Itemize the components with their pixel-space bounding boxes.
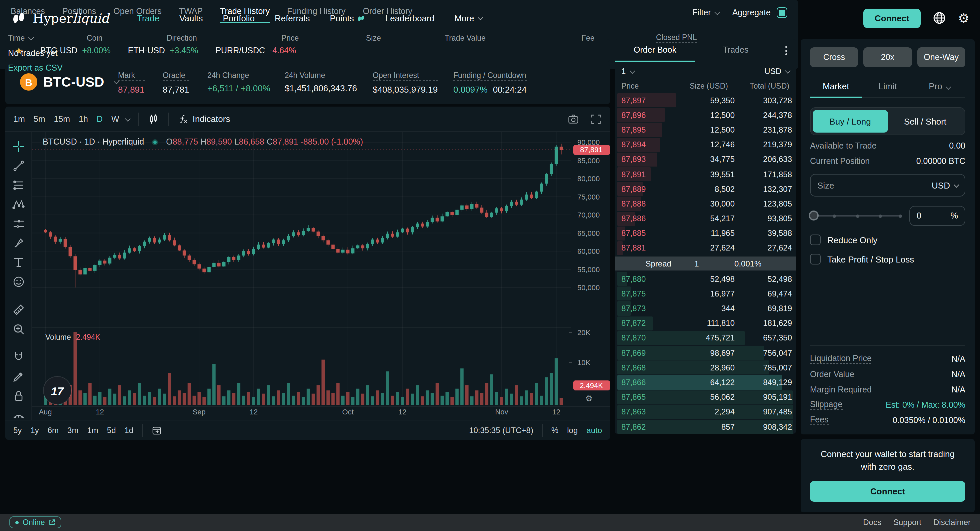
- tab-limit[interactable]: Limit: [862, 75, 913, 98]
- orderbook-ask-row[interactable]: 87,89334,775206,633: [617, 152, 793, 166]
- orderbook-bid-row[interactable]: 87,862857908,342: [617, 420, 793, 434]
- goto-date-icon[interactable]: [151, 425, 162, 435]
- size-input[interactable]: Size USD: [810, 174, 965, 197]
- column-direction[interactable]: Direction: [167, 33, 282, 43]
- scale-log[interactable]: log: [567, 425, 578, 435]
- column-coin[interactable]: Coin: [87, 33, 167, 43]
- column-time[interactable]: Time: [8, 33, 87, 43]
- checkbox-take-profit-stop-loss[interactable]: Take Profit / Stop Loss: [810, 254, 965, 265]
- orderbook-ask-row[interactable]: 87,88830,000123,805: [617, 197, 793, 211]
- column-closed-pnl[interactable]: Closed PNL: [656, 33, 736, 43]
- text-icon[interactable]: [12, 256, 25, 269]
- scale-%[interactable]: %: [551, 425, 558, 435]
- orderbook-ask-row[interactable]: 87,8898,502132,307: [617, 182, 793, 196]
- footer-link-support[interactable]: Support: [893, 518, 921, 527]
- scale-auto[interactable]: auto: [586, 425, 602, 435]
- margin-button-one-way[interactable]: One-Way: [917, 47, 965, 67]
- lock-all-icon[interactable]: [12, 389, 25, 403]
- interval-1h[interactable]: 1h: [79, 114, 88, 124]
- zoom-in-icon[interactable]: [12, 322, 25, 336]
- gear-icon[interactable]: ⚙: [958, 12, 969, 24]
- snapshot-icon[interactable]: [567, 113, 579, 125]
- range-5d[interactable]: 5d: [107, 425, 116, 435]
- fib-retracement-icon[interactable]: [12, 179, 25, 192]
- column-price[interactable]: Price: [282, 33, 366, 43]
- orderbook-ask-row[interactable]: 87,89512,500231,878: [617, 123, 793, 137]
- tab-trades[interactable]: Trades: [695, 39, 776, 62]
- ticker-item-PURR/USDC[interactable]: PURR/USDC-4.64%: [215, 46, 296, 55]
- checkbox-reduce-only[interactable]: Reduce Only: [810, 235, 965, 245]
- crosshair-icon[interactable]: [12, 140, 25, 153]
- orderbook-bid-row[interactable]: 87,86828,960785,007: [617, 360, 793, 374]
- range-1d[interactable]: 1d: [125, 425, 134, 435]
- long-position-icon[interactable]: [12, 217, 25, 230]
- interval-15m[interactable]: 15m: [54, 114, 70, 124]
- buy-long-button[interactable]: Buy / Long: [813, 110, 888, 133]
- tab-order-book[interactable]: Order Book: [615, 39, 695, 62]
- column-trade-value[interactable]: Trade Value: [445, 33, 581, 43]
- orderbook-bid-row[interactable]: 87,86998,697756,047: [617, 346, 793, 360]
- tab-market[interactable]: Market: [810, 75, 862, 98]
- tick-size-select[interactable]: 1: [621, 67, 634, 76]
- orderbook-ask-row[interactable]: 87,89412,746219,379: [617, 138, 793, 152]
- slider-percent-input[interactable]: 0%: [909, 206, 965, 226]
- coin-selector[interactable]: B BTC-USD: [20, 73, 118, 90]
- nav-item-more[interactable]: More: [454, 13, 482, 23]
- xabcd-pattern-icon[interactable]: [12, 198, 25, 211]
- column-size[interactable]: Size: [366, 33, 445, 43]
- footer-link-disclaimer[interactable]: Disclaimer: [933, 518, 970, 527]
- orderbook-bid-row[interactable]: 87,88052,49852,498: [617, 272, 793, 286]
- orderbook-bid-row[interactable]: 87,87516,97769,474: [617, 287, 793, 301]
- interval-chevron-icon[interactable]: [125, 116, 130, 121]
- tab-pro[interactable]: Pro: [914, 75, 965, 98]
- orderbook-bid-row[interactable]: 87,870475,721657,350: [617, 331, 793, 345]
- export-csv-link[interactable]: Export as CSV: [8, 63, 63, 73]
- orderbook-bid-row[interactable]: 87,872111,810181,629: [617, 316, 793, 330]
- size-unit-select[interactable]: USD: [932, 180, 958, 190]
- interval-W[interactable]: W: [111, 114, 119, 124]
- nav-item-vaults[interactable]: Vaults: [179, 13, 203, 23]
- chart-canvas[interactable]: 1787,8912.494K90,00085,00080,00075,00070…: [32, 132, 610, 418]
- size-slider[interactable]: [810, 215, 901, 217]
- connect-wallet-button[interactable]: Connect: [810, 481, 965, 502]
- orderbook-bid-row[interactable]: 87,8632,294907,485: [617, 405, 793, 419]
- range-3m[interactable]: 3m: [67, 425, 78, 435]
- nav-item-points[interactable]: Points: [330, 13, 365, 23]
- drawing-lock-icon[interactable]: [12, 370, 25, 383]
- orderbook-ask-row[interactable]: 87,89612,500244,378: [617, 108, 793, 122]
- nav-item-referrals[interactable]: Referrals: [275, 13, 310, 23]
- trend-line-icon[interactable]: [12, 159, 25, 173]
- connect-button[interactable]: Connect: [863, 8, 921, 28]
- margin-button-cross[interactable]: Cross: [810, 47, 858, 67]
- orderbook-bid-row[interactable]: 87,87334469,819: [617, 301, 793, 315]
- sell-short-button[interactable]: Sell / Short: [888, 110, 963, 133]
- hide-drawings-icon[interactable]: [12, 408, 25, 420]
- nav-item-trade[interactable]: Trade: [137, 13, 159, 23]
- range-5y[interactable]: 5y: [13, 425, 22, 435]
- hyperliquid-logo[interactable]: Hyperliquid: [11, 10, 109, 26]
- magnet-icon[interactable]: [12, 350, 25, 364]
- online-status-badge[interactable]: Online: [10, 516, 62, 528]
- orderbook-ask-row[interactable]: 87,88127,62427,624: [617, 241, 793, 255]
- interval-1m[interactable]: 1m: [13, 114, 25, 124]
- chart-clock[interactable]: 10:35:35 (UTC+8): [469, 425, 533, 435]
- margin-button-20x[interactable]: 20x: [864, 47, 912, 67]
- kebab-menu-icon[interactable]: [776, 39, 796, 62]
- interval-D[interactable]: D: [97, 114, 103, 124]
- emoji-icon[interactable]: [12, 275, 25, 288]
- interval-5m[interactable]: 5m: [33, 114, 45, 124]
- orderbook-ask-row[interactable]: 87,88654,21793,805: [617, 212, 793, 225]
- ruler-icon[interactable]: [12, 303, 25, 317]
- footer-link-docs[interactable]: Docs: [863, 518, 881, 527]
- globe-icon[interactable]: [933, 11, 946, 25]
- slider-knob[interactable]: [809, 211, 819, 220]
- indicators-button[interactable]: Indicators: [177, 113, 230, 125]
- fullscreen-icon[interactable]: [590, 113, 602, 125]
- brush-icon[interactable]: [12, 236, 25, 250]
- nav-item-portfolio[interactable]: Portfolio: [223, 13, 255, 23]
- ticker-item-ETH-USD[interactable]: ETH-USD+3.45%: [128, 46, 198, 55]
- unit-select[interactable]: USD: [764, 67, 789, 76]
- range-6m[interactable]: 6m: [48, 425, 59, 435]
- range-1m[interactable]: 1m: [87, 425, 98, 435]
- orderbook-ask-row[interactable]: 87,89759,350303,728: [617, 93, 793, 107]
